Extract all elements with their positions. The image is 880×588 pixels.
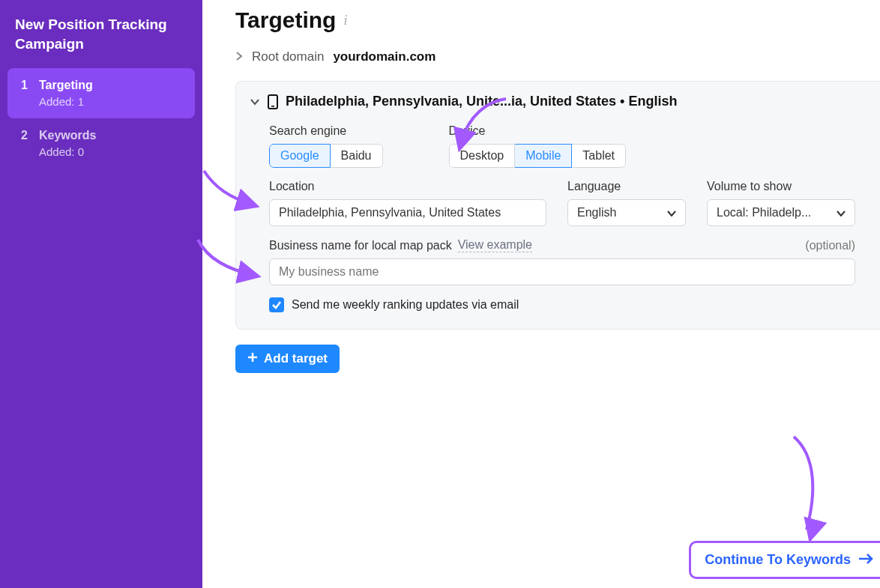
plus-icon: [247, 351, 258, 366]
chevron-down-icon: [667, 206, 676, 219]
chevron-right-icon: [235, 49, 243, 64]
breadcrumb-label: Root domain: [252, 49, 324, 64]
campaign-title: New Position Tracking Campaign: [0, 15, 202, 68]
step-label: Targeting: [39, 79, 181, 92]
location-label: Location: [269, 180, 546, 193]
device-tablet[interactable]: Tablet: [572, 144, 626, 168]
step-sub: Added: 1: [39, 95, 181, 108]
business-name-input[interactable]: [269, 258, 855, 285]
search-engine-group: Google Baidu: [269, 144, 383, 168]
device-group: Desktop Mobile Tablet: [449, 144, 627, 168]
add-target-button[interactable]: Add target: [235, 345, 340, 373]
chevron-down-icon: [837, 206, 846, 219]
step-targeting[interactable]: 1 Targeting Added: 1: [7, 68, 195, 118]
search-engine-label: Search engine: [269, 124, 383, 138]
breadcrumb: Root domain yourdomain.com: [235, 49, 880, 64]
main: Targeting i Root domain yourdomain.com P…: [202, 0, 880, 588]
step-keywords[interactable]: 2 Keywords Added: 0: [7, 118, 195, 169]
view-example-link[interactable]: View example: [458, 238, 532, 252]
continue-to-keywords-button[interactable]: Continue To Keywords: [689, 541, 880, 579]
volume-label: Volume to show: [707, 180, 855, 193]
search-engine-baidu[interactable]: Baidu: [331, 144, 383, 168]
step-label: Keywords: [39, 129, 181, 142]
annotation-arrow: [200, 169, 260, 217]
volume-select[interactable]: Local: Philadelp...: [707, 199, 855, 226]
device-mobile[interactable]: Mobile: [515, 144, 572, 168]
device-label: Device: [449, 124, 627, 138]
annotation-arrow: [194, 238, 262, 286]
target-panel: Philadelphia, Pennsylvania, Unite...ia, …: [235, 81, 880, 330]
mobile-icon: [268, 94, 278, 109]
language-select[interactable]: English: [567, 199, 686, 226]
business-label: Business name for local map pack: [269, 239, 452, 252]
info-icon[interactable]: i: [343, 13, 347, 28]
device-desktop[interactable]: Desktop: [449, 144, 516, 168]
target-header[interactable]: Philadelphia, Pennsylvania, Unite...ia, …: [236, 82, 880, 118]
target-header-text: Philadelphia, Pennsylvania, Unite...ia, …: [286, 94, 677, 109]
chevron-down-icon: [250, 94, 260, 109]
step-number: 1: [21, 79, 39, 92]
step-number: 2: [21, 129, 39, 142]
language-label: Language: [567, 180, 686, 193]
annotation-arrow: [783, 434, 828, 542]
weekly-updates-label: Send me weekly ranking updates via email: [292, 298, 519, 312]
page-title: Targeting i: [235, 7, 880, 33]
weekly-updates-checkbox[interactable]: [269, 297, 284, 312]
breadcrumb-value: yourdomain.com: [333, 49, 436, 64]
search-engine-google[interactable]: Google: [269, 144, 331, 168]
optional-label: (optional): [805, 239, 855, 252]
step-sub: Added: 0: [39, 145, 181, 158]
sidebar: New Position Tracking Campaign 1 Targeti…: [0, 0, 202, 588]
arrow-right-icon: [858, 552, 873, 568]
location-input[interactable]: [269, 199, 546, 226]
svg-rect-1: [271, 106, 274, 107]
